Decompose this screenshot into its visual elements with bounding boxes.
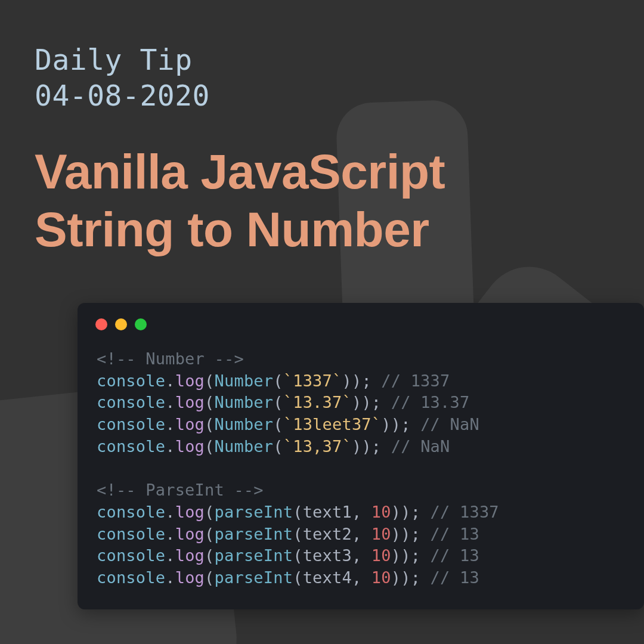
number-literal: 10 xyxy=(371,525,391,543)
code-line: <!-- ParseInt --> xyxy=(97,479,625,501)
code-line xyxy=(97,458,625,480)
result-comment: // 13.37 xyxy=(391,393,470,411)
variable: text2 xyxy=(303,525,352,543)
title-line1: Vanilla JavaScript xyxy=(35,143,644,201)
minimize-icon xyxy=(115,318,127,330)
number-literal: 10 xyxy=(371,546,391,565)
variable: text4 xyxy=(303,568,352,587)
string-literal: `13,37` xyxy=(283,437,352,456)
maximize-icon xyxy=(135,318,147,330)
subtitle-line1: Daily Tip xyxy=(35,42,644,78)
string-literal: `13leet37` xyxy=(283,415,382,434)
code-block: <!-- Number -->console.log(Number(`1337`… xyxy=(78,330,644,609)
result-comment: // 13 xyxy=(431,546,479,565)
number-literal: 10 xyxy=(371,568,391,587)
number-literal: 10 xyxy=(371,503,391,521)
code-line: console.log(parseInt(text4, 10)); // 13 xyxy=(97,567,625,589)
result-comment: // 1337 xyxy=(431,503,499,521)
variable: text3 xyxy=(303,546,352,565)
code-comment: <!-- ParseInt --> xyxy=(97,481,264,499)
code-comment: <!-- Number --> xyxy=(97,349,244,368)
subtitle-line2: 04-08-2020 xyxy=(35,78,644,113)
code-line: console.log(Number(`13,37`)); // NaN xyxy=(97,436,625,458)
code-line: console.log(Number(`13.37`)); // 13.37 xyxy=(97,392,625,414)
code-line: console.log(Number(`13leet37`)); // NaN xyxy=(97,414,625,436)
string-literal: `1337` xyxy=(283,371,342,390)
code-line: console.log(parseInt(text1, 10)); // 133… xyxy=(97,501,625,524)
result-comment: // 1337 xyxy=(381,371,450,390)
code-line: console.log(Number(`1337`)); // 1337 xyxy=(97,370,625,392)
result-comment: // 13 xyxy=(431,568,479,587)
traffic-lights xyxy=(78,303,644,330)
content-container: Daily Tip 04-08-2020 Vanilla JavaScript … xyxy=(0,0,644,644)
result-comment: // 13 xyxy=(431,525,479,543)
close-icon xyxy=(95,318,107,330)
code-line: console.log(parseInt(text2, 10)); // 13 xyxy=(97,524,625,546)
variable: text1 xyxy=(303,503,352,521)
code-window: <!-- Number -->console.log(Number(`1337`… xyxy=(78,303,644,609)
result-comment: // NaN xyxy=(391,437,450,456)
code-line: console.log(parseInt(text3, 10)); // 13 xyxy=(97,545,625,567)
code-line: <!-- Number --> xyxy=(97,348,625,370)
title-line2: String to Number xyxy=(35,201,644,259)
result-comment: // NaN xyxy=(420,415,479,434)
string-literal: `13.37` xyxy=(283,393,352,411)
subtitle: Daily Tip 04-08-2020 xyxy=(0,0,644,113)
page-title: Vanilla JavaScript String to Number xyxy=(0,113,644,259)
